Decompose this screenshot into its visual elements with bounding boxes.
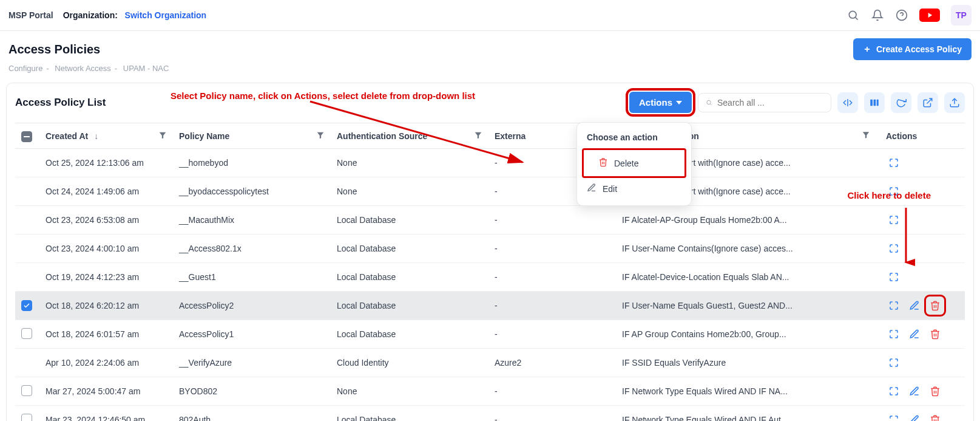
table-header-row: Created At ↓ Policy Name Authentication … (15, 123, 965, 149)
cell-auth-source: Local Database (331, 292, 488, 320)
cell-auth-source: Local Database (331, 263, 488, 292)
bell-icon[interactable] (871, 9, 884, 22)
cell-auth-source: Local Database (331, 320, 488, 349)
svg-rect-16 (877, 99, 879, 106)
cell-auth-source: Local Database (331, 234, 488, 263)
dropdown-delete[interactable]: Delete (589, 152, 680, 174)
cell-created: Mar 23, 2024 12:46:50 am (39, 406, 173, 422)
table-row[interactable]: Oct 25, 2024 12:13:06 am__homebyodNone-I… (15, 149, 965, 177)
cell-policy-name: __Access802.1x (173, 234, 331, 263)
row-checkbox[interactable] (21, 328, 32, 339)
delete-icon[interactable] (927, 298, 943, 313)
table-row[interactable]: Oct 23, 2024 6:53:08 am__MacauthMixLocal… (15, 206, 965, 234)
row-checkbox[interactable] (21, 385, 32, 396)
panel-title: Access Policy List (15, 97, 106, 109)
table-row[interactable]: Oct 23, 2024 4:00:10 am__Access802.1xLoc… (15, 234, 965, 263)
youtube-icon[interactable] (919, 9, 940, 22)
cell-created: Oct 19, 2024 4:12:23 am (39, 263, 173, 292)
search-box[interactable] (698, 93, 831, 112)
help-icon[interactable] (895, 9, 908, 22)
cell-policy-name: AccessPolicy1 (173, 320, 331, 349)
actions-button[interactable]: Actions (629, 92, 692, 113)
edit-icon[interactable] (907, 383, 922, 399)
table-row[interactable]: Oct 24, 2024 1:49:06 am__byodaccesspolic… (15, 177, 965, 206)
cell-policy-name: AccessPolicy2 (173, 292, 331, 320)
expand-icon[interactable] (886, 269, 902, 285)
row-checkbox[interactable] (21, 414, 32, 422)
cell-mapping: IF Alcatel-Device-Location Equals Slab A… (616, 263, 856, 292)
expand-icon[interactable] (886, 212, 902, 228)
col-auth-label: Authentication Source (337, 131, 427, 141)
col-created[interactable]: Created At ↓ (39, 123, 173, 149)
table-row[interactable]: Oct 18, 2024 6:01:57 amAccessPolicy1Loca… (15, 320, 965, 349)
export-icon[interactable] (917, 92, 938, 113)
table-row[interactable]: Mar 23, 2024 12:46:50 am802AuthLocal Dat… (15, 406, 965, 422)
avatar[interactable]: TP (951, 5, 972, 26)
create-access-policy-button[interactable]: Create Access Policy (853, 38, 972, 60)
search-icon[interactable] (847, 9, 860, 22)
cell-created: Oct 18, 2024 6:20:12 am (39, 292, 173, 320)
filter-icon[interactable] (862, 131, 870, 141)
col-policy-label: Policy Name (179, 131, 229, 141)
expand-icon[interactable] (886, 412, 902, 421)
search-input-icon (706, 98, 712, 108)
cell-external: - (488, 263, 616, 292)
cell-policy-name: 802Auth (173, 406, 331, 422)
edit-icon[interactable] (907, 326, 922, 342)
crumb-configure[interactable]: Configure (8, 64, 42, 73)
cell-mapping: IF Alcatel-AP-Group Equals Home2b:00 A..… (616, 206, 856, 234)
row-checkbox[interactable] (21, 300, 32, 311)
crumb-network-access[interactable]: Network Access (55, 64, 110, 73)
select-all-checkbox[interactable] (21, 131, 32, 142)
delete-icon[interactable] (927, 412, 943, 421)
cell-mapping: IF AP Group Contains Home2b:00, Group... (616, 320, 856, 349)
cell-created: Oct 23, 2024 6:53:08 am (39, 206, 173, 234)
expand-icon[interactable] (886, 383, 902, 399)
table-row[interactable]: Oct 19, 2024 4:12:23 am__Guest1Local Dat… (15, 263, 965, 292)
expand-icon[interactable] (886, 326, 902, 342)
column-resize-icon[interactable] (837, 92, 858, 113)
cell-policy-name: __homebyod (173, 149, 331, 177)
cell-created: Oct 24, 2024 1:49:06 am (39, 177, 173, 206)
dropdown-edit-label: Edit (603, 184, 617, 194)
cell-mapping: IF User-Name Equals Guest1, Guest2 AND..… (616, 292, 856, 320)
refresh-icon[interactable] (891, 92, 911, 113)
annotation-delete-hint: Click here to delete (847, 190, 931, 200)
cell-policy-name: __byodaccesspolicytest (173, 177, 331, 206)
edit-icon[interactable] (907, 412, 922, 421)
columns-icon[interactable] (864, 92, 885, 113)
table-row[interactable]: Mar 27, 2024 5:00:47 amBYOD802None-IF Ne… (15, 377, 965, 406)
expand-icon[interactable] (886, 155, 902, 171)
cell-external: Azure2 (488, 349, 616, 377)
delete-icon[interactable] (927, 326, 943, 342)
dropdown-edit[interactable]: Edit (577, 178, 691, 199)
page-header: Access Policies Create Access Policy (0, 31, 980, 64)
svg-marker-19 (160, 132, 166, 139)
crumb-upam-nac[interactable]: UPAM - NAC (123, 64, 169, 73)
row-actions (886, 326, 959, 342)
search-input[interactable] (717, 98, 823, 108)
table-row[interactable]: Apr 10, 2024 2:24:06 am__VerifyAzureClou… (15, 349, 965, 377)
table-row[interactable]: Oct 18, 2024 6:20:12 amAccessPolicy2Loca… (15, 292, 965, 320)
row-actions (886, 155, 959, 171)
cell-mapping: IF Network Type Equals Wired AND IF NA..… (616, 377, 856, 406)
expand-icon[interactable] (886, 241, 902, 256)
svg-marker-22 (863, 132, 870, 139)
edit-icon[interactable] (907, 298, 922, 313)
expand-icon[interactable] (886, 298, 902, 313)
switch-organization-link[interactable]: Switch Organization (125, 10, 207, 20)
topbar-left: MSP Portal Organization: Switch Organiza… (8, 10, 206, 20)
svg-marker-20 (317, 132, 324, 139)
filter-icon[interactable] (474, 131, 482, 141)
expand-icon[interactable] (886, 355, 902, 371)
col-auth[interactable]: Authentication Source (331, 123, 488, 149)
delete-icon[interactable] (927, 383, 943, 399)
filter-icon[interactable] (158, 131, 167, 141)
msp-portal-label: MSP Portal (8, 10, 53, 20)
cell-mapping: IF User-Name Contains(Ignore case) acces… (616, 234, 856, 263)
svg-line-1 (856, 18, 858, 20)
topbar: MSP Portal Organization: Switch Organiza… (0, 0, 980, 31)
upload-icon[interactable] (944, 92, 965, 113)
col-policy[interactable]: Policy Name (173, 123, 331, 149)
filter-icon[interactable] (316, 131, 325, 141)
